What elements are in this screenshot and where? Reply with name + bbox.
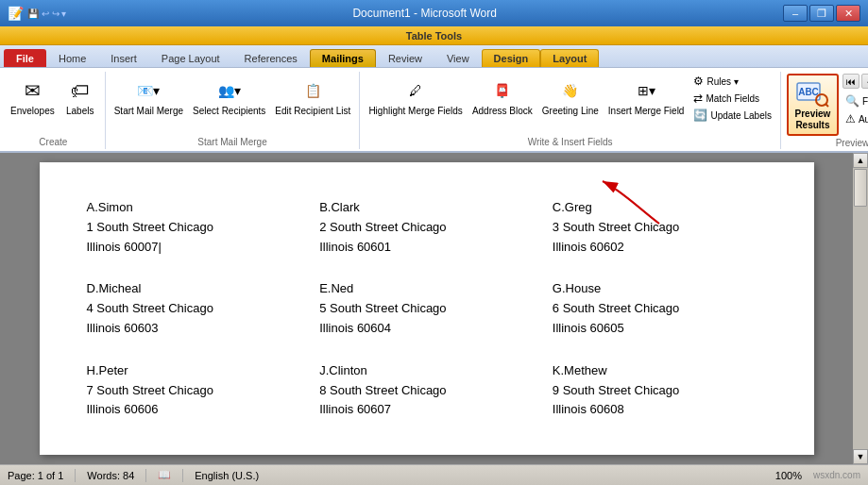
scroll-track — [853, 168, 868, 449]
preview-results-group-label: Preview Results — [787, 136, 868, 150]
tab-view[interactable]: View — [434, 49, 482, 67]
status-spell-check: 📖 — [158, 469, 171, 481]
status-language: English (U.S.) — [195, 470, 259, 481]
labels-icon: 🏷 — [65, 75, 95, 106]
doc-entry-7: J.Clinton 8 South Street Chicago Illinoi… — [310, 354, 543, 435]
match-fields-button[interactable]: ⇄ Match Fields — [690, 91, 774, 106]
edit-recipient-list-button[interactable]: 📋 Edit Recipient List — [272, 74, 353, 119]
scroll-down-button[interactable]: ▼ — [853, 449, 868, 464]
auto-check-label: Auto Check for Errors — [859, 114, 868, 125]
status-divider-1 — [75, 469, 76, 482]
scroll-up-button[interactable]: ▲ — [853, 153, 868, 168]
entry-7-name: J.Clinton — [319, 361, 534, 381]
labels-label: Labels — [66, 106, 94, 117]
word-icon: 📝 — [8, 6, 24, 21]
greeting-line-button[interactable]: 👋 Greeting Line — [539, 74, 602, 119]
status-page: Page: 1 of 1 — [8, 470, 63, 481]
doc-entry-4: E.Ned 5 South Street Chicago Illinois 60… — [310, 272, 543, 353]
svg-text:ABC: ABC — [799, 87, 820, 97]
status-words: Words: 84 — [87, 470, 134, 481]
find-recipient-icon: 🔍 — [845, 94, 859, 108]
preview-results-controls: ⏮ ◄ ► ⏭ 🔍 Find Recipient ⚠ Auto Check fo… — [842, 74, 868, 126]
entry-6-name: H.Peter — [87, 361, 301, 381]
tab-references[interactable]: References — [232, 49, 310, 67]
scroll-thumb[interactable] — [854, 169, 867, 207]
tab-review[interactable]: Review — [376, 49, 434, 67]
envelopes-icon: ✉ — [17, 75, 47, 106]
ribbon-group-start-mail-merge: 📧▾ Start Mail Merge 👥▾ Select Recipients… — [106, 72, 361, 149]
tab-insert[interactable]: Insert — [98, 49, 149, 67]
start-mail-merge-group-label: Start Mail Merge — [111, 135, 354, 149]
nav-controls: ⏮ ◄ ► ⏭ — [842, 74, 868, 89]
nav-prev-button[interactable]: ◄ — [861, 74, 868, 89]
doc-entry-1: B.Clark 2 South Street Chicago Illinois … — [310, 191, 543, 272]
minimize-button[interactable]: – — [783, 5, 808, 22]
spell-check-icon: 📖 — [158, 469, 171, 481]
entry-8-cityzip: Illinois 60608 — [553, 400, 767, 420]
entry-5-address: 6 South Street Chicago — [553, 299, 767, 319]
words-info: Words: 84 — [87, 470, 134, 481]
entry-3-address: 4 South Street Chicago — [87, 299, 301, 319]
document-title: Document1 - Microsoft Word — [66, 7, 783, 20]
greeting-line-label: Greeting Line — [542, 106, 599, 117]
tab-home[interactable]: Home — [46, 49, 98, 67]
highlight-merge-fields-label: Highlight Merge Fields — [368, 106, 463, 117]
address-block-button[interactable]: 📮 Address Block — [469, 74, 536, 119]
tab-mailings[interactable]: Mailings — [310, 49, 376, 67]
language-info: English (U.S.) — [195, 470, 259, 481]
auto-check-button[interactable]: ⚠ Auto Check for Errors — [842, 111, 868, 126]
ribbon-group-write-insert: 🖊 Highlight Merge Fields 📮 Address Block… — [360, 72, 781, 149]
close-button[interactable]: ✕ — [836, 5, 860, 22]
greeting-line-icon: 👋 — [555, 75, 586, 106]
svg-line-3 — [825, 104, 828, 107]
highlight-merge-fields-button[interactable]: 🖊 Highlight Merge Fields — [366, 74, 466, 119]
restore-button[interactable]: ❐ — [809, 5, 834, 22]
entry-6-address: 7 South Street Chicago — [87, 381, 301, 401]
entry-0-name: A.Simon — [87, 198, 301, 218]
doc-entry-5: G.House 6 South Street Chicago Illinois … — [543, 272, 776, 353]
page-info: Page: 1 of 1 — [8, 470, 63, 481]
entry-7-cityzip: Illinois 60607 — [319, 400, 534, 420]
tab-layout[interactable]: Layout — [540, 49, 599, 67]
tab-file[interactable]: File — [4, 49, 46, 67]
preview-results-button[interactable]: ABC PreviewResults — [787, 74, 839, 136]
start-mail-merge-button[interactable]: 📧▾ Start Mail Merge — [111, 74, 186, 119]
entry-4-address: 5 South Street Chicago — [319, 299, 534, 319]
insert-merge-field-icon: ⊞▾ — [631, 75, 661, 106]
envelopes-button[interactable]: ✉ Envelopes — [8, 74, 58, 119]
main-area: A.Simon 1 South Street Chicago Illinois … — [0, 153, 868, 464]
status-divider-2 — [145, 469, 146, 482]
ribbon-group-preview-results: ABC PreviewResults ⏮ ◄ ► ⏭ 🔍 — [781, 72, 868, 149]
write-insert-group-content: 🖊 Highlight Merge Fields 📮 Address Block… — [366, 74, 774, 135]
table-tools-bar: Table Tools — [0, 26, 868, 45]
rules-icon: ⚙ — [693, 75, 704, 88]
rules-button[interactable]: ⚙ Rules ▾ — [690, 74, 774, 89]
ribbon: ✉ Envelopes 🏷 Labels Create 📧▾ Start Mai… — [0, 68, 868, 153]
watermark-text: wsxdn.com — [813, 470, 860, 480]
entry-1-cityzip: Illinois 60601 — [319, 238, 534, 258]
preview-results-group-content: ABC PreviewResults ⏮ ◄ ► ⏭ 🔍 — [787, 74, 868, 136]
find-recipient-label: Find Recipient — [862, 96, 868, 107]
tab-page-layout[interactable]: Page Layout — [149, 49, 232, 67]
envelopes-label: Envelopes — [10, 106, 55, 117]
auto-check-icon: ⚠ — [845, 112, 856, 125]
edit-recipient-list-label: Edit Recipient List — [275, 106, 350, 117]
document-area: A.Simon 1 South Street Chicago Illinois … — [0, 153, 853, 464]
update-labels-button[interactable]: 🔄 Update Labels — [690, 108, 774, 123]
update-labels-icon: 🔄 — [693, 109, 707, 122]
labels-button[interactable]: 🏷 Labels — [61, 74, 99, 119]
select-recipients-button[interactable]: 👥▾ Select Recipients — [190, 74, 268, 119]
entry-0-cityzip: Illinois 60007| — [87, 238, 301, 258]
entry-4-cityzip: Illinois 60604 — [319, 319, 534, 339]
insert-merge-field-label: Insert Merge Field — [608, 106, 685, 117]
preview-results-label: PreviewResults — [795, 109, 831, 131]
find-recipient-button[interactable]: 🔍 Find Recipient — [842, 93, 868, 109]
ribbon-tabs: File Home Insert Page Layout References … — [0, 45, 868, 68]
insert-merge-field-button[interactable]: ⊞▾ Insert Merge Field — [605, 74, 688, 119]
title-bar: 📝 💾 ↩ ↪ ▾ Document1 - Microsoft Word – ❐… — [0, 0, 868, 26]
window-controls: – ❐ ✕ — [783, 5, 860, 22]
tab-design[interactable]: Design — [482, 49, 541, 67]
nav-first-button[interactable]: ⏮ — [842, 74, 859, 89]
title-bar-left: 📝 💾 ↩ ↪ ▾ — [8, 6, 66, 21]
rules-label: Rules — [706, 76, 731, 87]
